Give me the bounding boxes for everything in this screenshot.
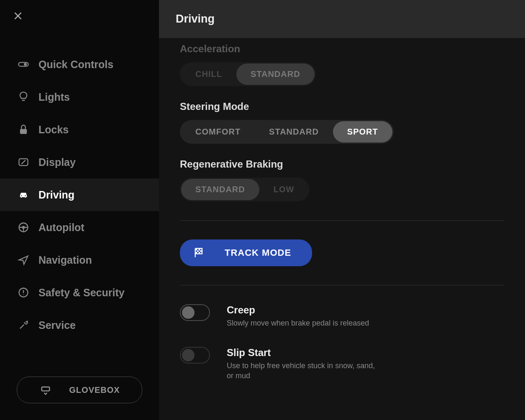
slip-start-toggle[interactable]	[180, 347, 210, 364]
sidebar-item-autopilot[interactable]: Autopilot	[0, 211, 159, 244]
regen-segmented: STANDARD LOW	[180, 178, 310, 201]
slip-start-description: Use to help free vehicle stuck in snow, …	[227, 361, 377, 381]
acceleration-option-standard[interactable]: STANDARD	[236, 64, 315, 85]
main-panel: Driving Acceleration CHILL STANDARD Stee…	[159, 0, 525, 420]
divider	[180, 220, 504, 221]
glovebox-icon	[39, 383, 52, 397]
acceleration-label: Acceleration	[180, 43, 504, 55]
nav-list: Quick Controls Lights Locks Display Driv…	[0, 48, 159, 364]
sidebar-item-label: Display	[38, 156, 76, 168]
sidebar-item-label: Service	[38, 319, 76, 331]
svg-point-7	[23, 227, 25, 229]
sidebar-item-safety[interactable]: Safety & Security	[0, 276, 159, 309]
content: Acceleration CHILL STANDARD Steering Mod…	[159, 38, 525, 416]
bulb-icon	[17, 90, 30, 104]
svg-rect-2	[20, 129, 27, 134]
svg-rect-12	[197, 250, 199, 252]
wrench-icon	[17, 318, 30, 332]
steering-option-sport[interactable]: SPORT	[333, 121, 392, 143]
sidebar: Quick Controls Lights Locks Display Driv…	[0, 0, 159, 420]
regen-option-low[interactable]: LOW	[259, 179, 309, 200]
sidebar-item-label: Autopilot	[38, 221, 85, 234]
sidebar-item-label: Driving	[38, 189, 74, 201]
sidebar-item-label: Locks	[38, 124, 69, 136]
page-title: Driving	[159, 0, 525, 38]
glovebox-label: GLOVEBOX	[69, 385, 120, 395]
steering-option-comfort[interactable]: COMFORT	[181, 121, 255, 143]
svg-rect-11	[199, 249, 200, 251]
acceleration-section: Acceleration CHILL STANDARD	[180, 43, 504, 86]
divider	[180, 285, 504, 285]
creep-title: Creep	[227, 304, 504, 316]
alert-icon	[17, 286, 30, 299]
sidebar-item-locks[interactable]: Locks	[0, 113, 159, 146]
sidebar-item-display[interactable]: Display	[0, 146, 159, 178]
regen-section: Regenerative Braking STANDARD LOW	[180, 158, 504, 201]
sidebar-item-label: Safety & Security	[38, 287, 125, 299]
nav-icon	[17, 253, 30, 267]
svg-rect-9	[42, 387, 50, 391]
car-icon	[17, 188, 30, 201]
flag-icon	[192, 246, 206, 260]
sidebar-item-label: Navigation	[38, 254, 92, 266]
steering-label: Steering Mode	[180, 101, 504, 112]
steering-option-standard[interactable]: STANDARD	[255, 121, 333, 143]
svg-rect-15	[199, 252, 200, 254]
acceleration-segmented: CHILL STANDARD	[180, 62, 316, 86]
creep-toggle[interactable]	[180, 304, 210, 321]
glovebox-button[interactable]: GLOVEBOX	[17, 377, 142, 403]
sidebar-item-lights[interactable]: Lights	[0, 81, 159, 113]
slip-start-row: Slip Start Use to help free vehicle stuc…	[180, 347, 504, 381]
sidebar-item-label: Lights	[38, 91, 70, 103]
svg-rect-10	[196, 249, 197, 251]
sidebar-item-navigation[interactable]: Navigation	[0, 244, 159, 276]
slip-start-title: Slip Start	[227, 347, 504, 359]
svg-rect-14	[196, 252, 197, 254]
lock-icon	[17, 123, 30, 136]
track-mode-label: TRACK MODE	[225, 247, 291, 258]
sidebar-item-label: Quick Controls	[38, 59, 113, 71]
sidebar-item-quick-controls[interactable]: Quick Controls	[0, 48, 159, 81]
sidebar-item-service[interactable]: Service	[0, 309, 159, 341]
steering-segmented: COMFORT STANDARD SPORT	[180, 120, 394, 144]
creep-description: Slowly move when brake pedal is released	[227, 318, 377, 328]
regen-label: Regenerative Braking	[180, 158, 504, 170]
wheel-icon	[17, 221, 30, 234]
close-button[interactable]	[13, 10, 25, 23]
svg-point-1	[24, 63, 27, 66]
acceleration-option-chill[interactable]: CHILL	[181, 64, 236, 85]
regen-option-standard[interactable]: STANDARD	[181, 179, 259, 200]
svg-rect-13	[200, 250, 202, 252]
track-mode-button[interactable]: TRACK MODE	[180, 239, 312, 266]
svg-point-4	[21, 195, 22, 196]
toggle-icon	[17, 58, 30, 71]
sidebar-item-driving[interactable]: Driving	[0, 178, 159, 211]
creep-row: Creep Slowly move when brake pedal is re…	[180, 304, 504, 328]
display-icon	[17, 155, 30, 169]
steering-section: Steering Mode COMFORT STANDARD SPORT	[180, 101, 504, 144]
svg-point-5	[25, 195, 26, 196]
